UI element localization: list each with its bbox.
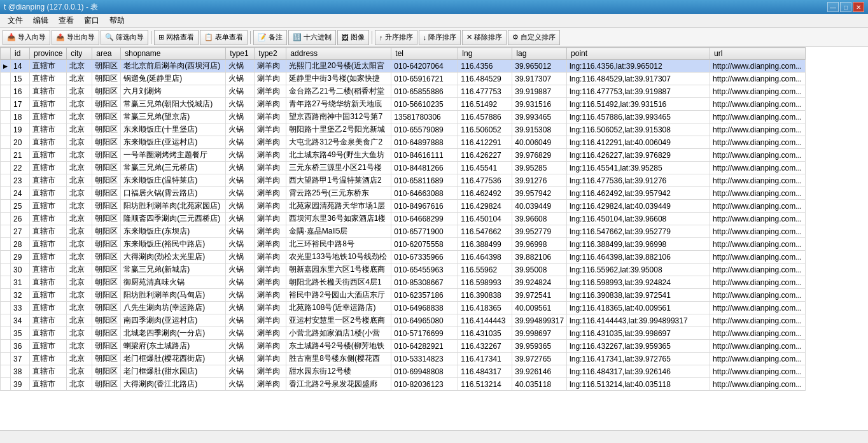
table-row[interactable]: ▶14直辖市北京朝阳区老北京前后涮羊肉(西坝河店)火锅涮羊肉光熙门北里20号楼(… (1, 60, 806, 73)
row-indicator (1, 85, 11, 98)
cell-address: 裕民中路2号园山大酒店东厅 (286, 289, 391, 302)
table-row[interactable]: 37直辖市北京朝阳区老门框爆肚(樱花西街店)火锅涮羊肉胜古南里8号楼东侧(樱花西… (1, 353, 806, 365)
export-wizard-button[interactable]: 📤 导出向导 (52, 30, 99, 45)
cell-lag: 39.95008 (512, 264, 567, 276)
cell-tel: 010-56610235 (391, 98, 458, 111)
table-row[interactable]: 26直辖市北京朝阳区隆顺斋四季涮肉(三元西桥店)火锅涮羊肉西坝河东里36号如家酒… (1, 213, 806, 225)
form-view-button[interactable]: 📋 表单查看 (200, 30, 248, 45)
menu-help[interactable]: 帮助 (104, 14, 130, 27)
table-row[interactable]: 35直辖市北京朝阳区北城老四季涮肉(一分店)火锅涮羊肉小营北路如家酒店1楼(小营… (1, 327, 806, 340)
col-header-type2[interactable]: type2 (255, 48, 286, 60)
cell-area: 朝阳区 (92, 314, 121, 327)
cell-lng: 116.450104 (458, 213, 512, 225)
table-row[interactable]: 16直辖市北京朝阳区六月刘涮烤火锅涮羊肉金台路乙21号二楼(稻香村堂010-65… (1, 85, 806, 98)
minimize-button[interactable]: — (827, 2, 839, 12)
image-button[interactable]: 🖼 图像 (337, 30, 369, 45)
import-wizard-button[interactable]: 📥 导入向导 (3, 30, 50, 45)
hex-button[interactable]: 🔢 十六进制 (288, 30, 336, 45)
cell-point: lng:116.547662,lat:39.952779 (567, 225, 710, 238)
table-row[interactable]: 32直辖市北京朝阳区阳坊胜利涮羊肉(马甸店)火锅涮羊肉裕民中路2号园山大酒店东厅… (1, 289, 806, 302)
table-row[interactable]: 22直辖市北京朝阳区常赢三兄弟(三元桥店)火锅涮羊肉三元东桥三源里小区21号楼0… (1, 162, 806, 174)
table-row[interactable]: 39直辖市北京朝阳区大得涮肉(香江北路店)火锅涮羊肉香江北路2号泉发花园盛廊01… (1, 378, 806, 391)
custom-sort-button[interactable]: ⚙ 自定义排序 (508, 30, 560, 45)
cell-city: 北京 (67, 327, 92, 340)
cell-id: 33 (11, 302, 30, 314)
col-header-url[interactable]: url (710, 48, 806, 60)
menubar: 文件 编辑 查看 窗口 帮助 (0, 14, 868, 28)
table-row[interactable]: 27直辖市北京朝阳区东来顺饭庄(东坝店)火锅涮羊肉金隅·嘉品Mall5层010-… (1, 225, 806, 238)
cell-lng: 116.429824 (458, 200, 512, 213)
cell-area: 朝阳区 (92, 340, 121, 353)
table-row[interactable]: 19直辖市北京朝阳区东来顺饭庄(十里堡店)火锅涮羊肉朝阳路十里堡乙2号阳光新城0… (1, 123, 806, 136)
table-row[interactable]: 25直辖市北京朝阳区阳坊胜利涮羊肉(北苑家园店)火锅涮羊肉北苑家园清苑路天华市场… (1, 200, 806, 213)
cell-province: 直辖市 (30, 238, 67, 251)
table-wrapper[interactable]: id province city area shopname type1 typ… (0, 47, 868, 430)
close-button[interactable]: ✕ (853, 2, 864, 12)
cell-url: http://www.dianping.com... (710, 136, 806, 149)
remove-sort-button[interactable]: ✕ 移除排序 (462, 30, 507, 45)
menu-window[interactable]: 窗口 (79, 14, 104, 27)
cell-shopname: 常赢三兄弟(朝阳大悦城店) (121, 98, 226, 111)
col-header-address[interactable]: address (286, 48, 391, 60)
cell-area: 朝阳区 (92, 213, 121, 225)
cell-area: 朝阳区 (92, 238, 121, 251)
col-header-city[interactable]: city (67, 48, 92, 60)
cell-id: 23 (11, 174, 30, 187)
cell-province: 直辖市 (30, 327, 67, 340)
table-row[interactable]: 31直辖市北京朝阳区御厨苑清真味火锅火锅涮羊肉朝阳北路长楹天街西区4层1010-… (1, 276, 806, 289)
table-row[interactable]: 17直辖市北京朝阳区常赢三兄弟(朝阳大悦城店)火锅涮羊肉青年路27号绕华纺新天地… (1, 98, 806, 111)
cell-province: 直辖市 (30, 264, 67, 276)
table-row[interactable]: 20直辖市北京朝阳区东来顺饭庄(亚运村店)火锅涮羊肉大屯北路312号金泉美食广2… (1, 136, 806, 149)
col-header-type1[interactable]: type1 (226, 48, 255, 60)
cell-shopname: 隆顺斋四季涮肉(三元西桥店) (121, 213, 226, 225)
cell-tel: 010-65455963 (391, 264, 458, 276)
col-header-id[interactable]: id (11, 48, 30, 60)
col-header-tel[interactable]: tel (391, 48, 458, 60)
sort-desc-button[interactable]: ↓ 降序排序 (419, 30, 461, 45)
menu-edit[interactable]: 编辑 (28, 14, 53, 27)
col-header-lng[interactable]: lng (458, 48, 512, 60)
cell-point: lng:116.450104,lat:39.96608 (567, 213, 710, 225)
sort-asc-button[interactable]: ↑ 升序排序 (375, 30, 417, 45)
maximize-button[interactable]: □ (840, 2, 851, 12)
cell-point: lng:116.484317,lat:39.926146 (567, 365, 710, 378)
cell-id: 27 (11, 225, 30, 238)
cell-point: lng:116.457886,lat:39.993465 (567, 111, 710, 123)
cell-type1: 火锅 (226, 123, 255, 136)
cell-shopname: 南四季涮肉(亚运村店) (121, 314, 226, 327)
cell-address: 农光里133号地铁10号线劲松 (286, 251, 391, 264)
cell-type1: 火锅 (226, 187, 255, 200)
col-header-point[interactable]: point (567, 48, 710, 60)
table-row[interactable]: 23直辖市北京朝阳区东来顺饭庄(温特莱店)火锅涮羊肉西大望路甲1号温特莱酒店20… (1, 174, 806, 187)
table-row[interactable]: 29直辖市北京朝阳区大得涮肉(劲松太光里店)火锅涮羊肉农光里133号地铁10号线… (1, 251, 806, 264)
table-row[interactable]: 18直辖市北京朝阳区常赢三兄弟(望京店)火锅涮羊肉望京西路南神中国312号第71… (1, 111, 806, 123)
col-header-area[interactable]: area (92, 48, 121, 60)
col-header-lag[interactable]: lag (512, 48, 567, 60)
cell-type1: 火锅 (226, 85, 255, 98)
table-row[interactable]: 36直辖市北京朝阳区蝲梁府(东土城路店)火锅涮羊肉东土城路4号2号楼(柳芳地铁0… (1, 340, 806, 353)
cell-address: 光熙门北里20号楼(近太阳宫 (286, 60, 391, 73)
cell-province: 直辖市 (30, 251, 67, 264)
filter-wizard-button[interactable]: 🔍 筛选向导 (101, 30, 148, 45)
cell-type1: 火锅 (226, 60, 255, 73)
table-row[interactable]: 21直辖市北京朝阳区一号羊圈涮烤烤主题餐厅火锅涮羊肉北土城东路49号(野生大鱼坊… (1, 149, 806, 162)
table-row[interactable]: 38直辖市北京朝阳区老门框爆肚(甜水园店)火锅涮羊肉甜水园东街12号楼010-6… (1, 365, 806, 378)
table-row[interactable]: 33直辖市北京朝阳区八先生涮肉坊(幸运路店)火锅涮羊肉北苑路108号(近幸运路店… (1, 302, 806, 314)
grid-view-button[interactable]: ⊞ 网格查看 (154, 30, 199, 45)
menu-view[interactable]: 查看 (53, 14, 79, 27)
menu-file[interactable]: 文件 (3, 14, 28, 27)
cell-shopname: 东来顺饭庄(亚运村店) (121, 136, 226, 149)
table-row[interactable]: 30直辖市北京朝阳区常赢三兄弟(新城店)火锅涮羊肉朝新嘉园东里六区1号楼底商01… (1, 264, 806, 276)
col-header-province[interactable]: province (30, 48, 67, 60)
cell-lng: 116.4356 (458, 60, 512, 73)
table-row[interactable]: 34直辖市北京朝阳区南四季涮肉(亚运村店)火锅涮羊肉亚运村安慧里一区2号楼底商0… (1, 314, 806, 327)
col-header-shopname[interactable]: shopname (121, 48, 226, 60)
note-button[interactable]: 📝 备注 (253, 30, 287, 45)
cell-lng: 116.4144443 (458, 314, 512, 327)
table-row[interactable]: 24直辖市北京朝阳区口福居火锅(霄云路店)火锅涮羊肉霄云路25号(三元东桥东01… (1, 187, 806, 200)
cell-address: 北三环裕民中路8号 (286, 238, 391, 251)
cell-address: 北苑路108号(近幸运路店) (286, 302, 391, 314)
table-row[interactable]: 28直辖市北京朝阳区东来顺饭庄(裕民中路店)火锅涮羊肉北三环裕民中路8号010-… (1, 238, 806, 251)
col-header-indicator (1, 48, 11, 60)
table-row[interactable]: 15直辖市北京朝阳区锅遛兔(延静里店)火锅涮羊肉延静里中街3号楼(如家快捷010… (1, 73, 806, 85)
